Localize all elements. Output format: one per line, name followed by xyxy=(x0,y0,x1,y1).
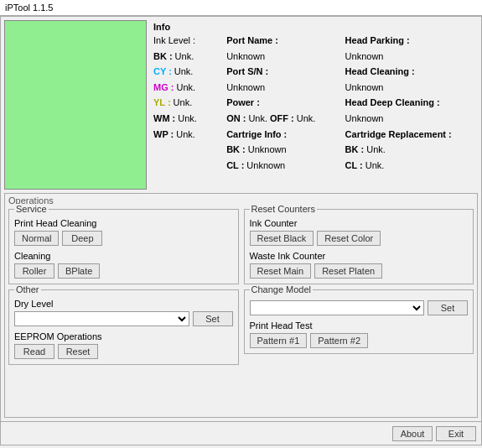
print-head-cleaning-label: Print Head Cleaning xyxy=(14,218,233,228)
print-head-test-btn-row: Pattern #1 Pattern #2 xyxy=(250,333,469,348)
reset-counters-group: Reset Counters Ink Counter Reset Black R… xyxy=(244,209,474,284)
eeprom-btn-row: Read Reset xyxy=(14,344,233,359)
wm-label: WM : xyxy=(153,112,175,127)
power-on-label: ON : xyxy=(226,112,246,127)
info-title: Info xyxy=(153,22,474,32)
bplate-button[interactable]: BPlate xyxy=(58,263,100,279)
ink-counter-label: Ink Counter xyxy=(250,218,469,228)
reset-main-button[interactable]: Reset Main xyxy=(250,263,312,279)
port-sn-value: Unknown xyxy=(226,81,265,96)
ink-level-label: Ink Level : xyxy=(153,34,195,49)
head-parking-value: Unknown xyxy=(345,49,384,65)
operations-title: Operations xyxy=(8,195,474,206)
eeprom-reset-button[interactable]: Reset xyxy=(58,344,98,359)
dry-level-select[interactable] xyxy=(14,311,189,326)
deep-button[interactable]: Deep xyxy=(62,231,102,246)
roller-button[interactable]: Roller xyxy=(14,263,54,279)
wp-label: WP : xyxy=(153,128,174,143)
ink-counter-btn-row: Reset Black Reset Color xyxy=(250,231,469,246)
print-head-test-label: Print Head Test xyxy=(250,320,469,331)
head-cleaning-value: Unknown xyxy=(345,81,384,96)
cart-rep-cl-value: Unk. xyxy=(365,159,385,174)
port-name-label: Port Name : xyxy=(226,34,278,49)
wp-value: Unk. xyxy=(176,128,195,143)
pattern2-button[interactable]: Pattern #2 xyxy=(310,333,368,348)
info-col1: Ink Level : BK : Unk. CY : Unk. MG : Unk… xyxy=(153,34,220,173)
change-model-set-button[interactable]: Set xyxy=(428,300,468,315)
ops-left-col: Service Print Head Cleaning Normal Deep … xyxy=(8,209,239,414)
bk-label: BK : xyxy=(153,49,173,65)
bottom-bar: About Exit xyxy=(1,421,481,445)
info-panel: Info Ink Level : BK : Unk. CY : Unk. xyxy=(150,20,478,190)
head-deep-cleaning-label: Head Deep Cleaning : xyxy=(345,96,440,111)
eeprom-ops-label: EEPROM Operations xyxy=(14,331,233,341)
head-parking-label: Head Parking : xyxy=(345,34,410,49)
power-on-value: Unk. xyxy=(248,112,267,127)
cart-rep-bk-label: BK : xyxy=(345,143,365,158)
green-display-panel xyxy=(4,20,147,190)
other-group: Other Dry Level Set EEPROM Operations Re… xyxy=(8,289,239,365)
cart-replacement-label: Cartridge Replacement : xyxy=(345,128,452,143)
pattern1-button[interactable]: Pattern #1 xyxy=(250,333,308,348)
port-name-value: Unknown xyxy=(226,49,265,65)
power-label: Power : xyxy=(226,96,260,111)
service-group: Service Print Head Cleaning Normal Deep … xyxy=(8,209,239,284)
service-group-title: Service xyxy=(14,204,49,214)
operations-section: Operations Service Print Head Cleaning N… xyxy=(4,193,478,418)
mg-value: Unk. xyxy=(176,81,195,96)
dry-level-label: Dry Level xyxy=(14,299,233,309)
change-model-title: Change Model xyxy=(250,284,314,294)
read-button[interactable]: Read xyxy=(14,344,54,359)
info-col2: Port Name : Unknown Port S/N : Unknown P… xyxy=(226,34,338,173)
other-group-title: Other xyxy=(14,284,41,294)
reset-black-button[interactable]: Reset Black xyxy=(250,231,314,246)
power-off-value: Unk. xyxy=(297,112,316,127)
cart-bk-label: BK : xyxy=(226,143,246,158)
print-head-btn-row: Normal Deep xyxy=(14,231,233,246)
cleaning-label: Cleaning xyxy=(14,251,233,261)
wm-value: Unk. xyxy=(178,112,197,127)
cart-cl-label: CL : xyxy=(226,159,244,174)
cart-rep-cl-label: CL : xyxy=(345,159,363,174)
about-button[interactable]: About xyxy=(392,426,433,441)
waste-ink-counter-label: Waste Ink Counter xyxy=(250,251,469,261)
change-model-row: Set xyxy=(250,300,469,315)
power-off-label: OFF : xyxy=(270,112,294,127)
cart-info-label: Cartrige Info : xyxy=(226,128,287,143)
cart-cl-value: Unknown xyxy=(246,159,285,174)
cart-bk-value: Unknown xyxy=(248,143,287,158)
head-cleaning-label: Head Cleaning : xyxy=(345,65,415,80)
reset-counters-title: Reset Counters xyxy=(250,204,317,214)
change-model-select[interactable] xyxy=(250,300,425,315)
dry-level-set-button[interactable]: Set xyxy=(193,311,233,326)
reset-platen-button[interactable]: Reset Platen xyxy=(314,263,382,279)
waste-ink-btn-row: Reset Main Reset Platen xyxy=(250,263,469,279)
cy-label: CY : xyxy=(153,65,172,80)
exit-button[interactable]: Exit xyxy=(436,426,476,441)
dry-level-row: Set xyxy=(14,311,233,326)
change-model-group: Change Model Set Print Head Test Pattern… xyxy=(244,289,474,354)
yl-label: YL : xyxy=(153,96,171,111)
cart-rep-bk-value: Unk. xyxy=(366,143,386,158)
ops-right-col: Reset Counters Ink Counter Reset Black R… xyxy=(244,209,474,414)
bk-value: Unk. xyxy=(175,49,194,65)
yl-value: Unk. xyxy=(174,96,193,111)
info-col3: Head Parking : Unknown Head Cleaning : U… xyxy=(345,34,474,173)
head-deep-cleaning-value: Unknown xyxy=(345,112,384,127)
mg-label: MG : xyxy=(153,81,174,96)
port-sn-label: Port S/N : xyxy=(226,65,268,80)
cy-value: Unk. xyxy=(174,65,194,80)
cleaning-btn-row: Roller BPlate xyxy=(14,263,233,279)
reset-color-button[interactable]: Reset Color xyxy=(317,231,381,246)
window-title: iPTool 1.1.5 xyxy=(5,3,53,13)
normal-button[interactable]: Normal xyxy=(14,231,59,246)
